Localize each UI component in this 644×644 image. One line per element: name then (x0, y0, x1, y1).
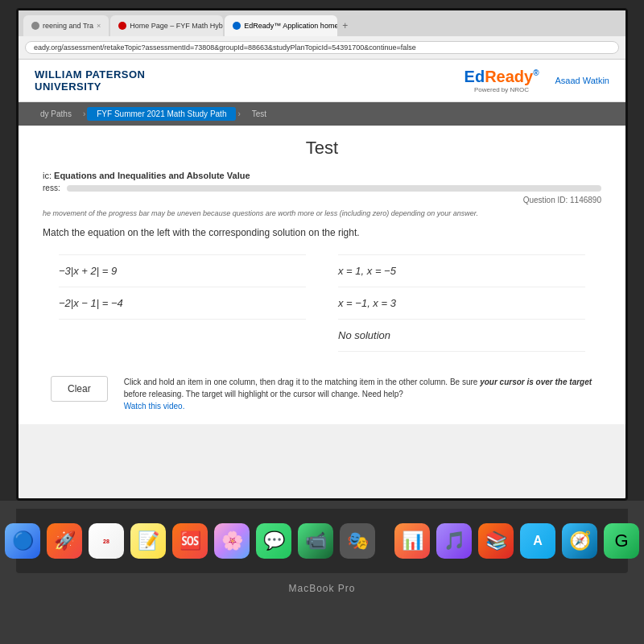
laptop-bottom: 🔵 🚀 28 📝 🆘 🌸 💬 📹 🎭 📊 🎵 📚 A 🧭 G MacBook P… (0, 501, 644, 644)
dock-item-appstore[interactable]: A (520, 523, 555, 559)
new-tab-button[interactable]: + (342, 20, 348, 31)
university-name-top: WILLIAM PATERSON (35, 68, 146, 80)
question-instruction: Match the equation on the left with the … (43, 227, 601, 238)
tab-edready[interactable]: EdReady™ Application home, × (225, 15, 337, 36)
university-name-bottom: UNIVERSITY (35, 80, 146, 93)
address-bar-row: eady.org/assessment/retakeTopic?assessme… (19, 36, 625, 59)
question-id: Question ID: 1146890 (43, 196, 601, 204)
page-title: Test (43, 138, 601, 159)
user-name[interactable]: Asaad Watkin (555, 76, 609, 85)
match-container: −3|x + 2| = 9 −2|x − 1| = −4 x = 1, x = … (43, 254, 601, 352)
breadcrumb-study-path-fyf[interactable]: FYF Summer 2021 Math Study Path (87, 107, 236, 121)
macbook-label: MacBook Pro (288, 583, 355, 594)
tab-icon-screening (31, 22, 39, 30)
dock-item-facetime[interactable]: 📹 (298, 523, 333, 559)
match-left-item-1[interactable]: −3|x + 2| = 9 (59, 254, 306, 287)
edready-brand: EdReady® (464, 68, 539, 86)
breadcrumb-bar: dy Paths › FYF Summer 2021 Math Study Pa… (19, 102, 625, 126)
progress-bar (67, 185, 601, 192)
header-right: EdReady® Powered by NROC Asaad Watkin (464, 68, 609, 93)
topic-label: ic: Equations and Inequalities and Absol… (43, 171, 601, 180)
dock-item-chrome[interactable]: G (604, 523, 639, 559)
tab-icon-edready (233, 22, 241, 30)
university-logo: WILLIAM PATERSON UNIVERSITY (35, 68, 146, 93)
breadcrumb-study-paths[interactable]: dy Paths (31, 107, 81, 121)
tab-icon-homepage (118, 22, 126, 30)
match-right-item-1[interactable]: x = 1, x = −5 (338, 254, 585, 287)
match-left-column: −3|x + 2| = 9 −2|x − 1| = −4 (59, 254, 306, 352)
dock-item-charts[interactable]: 📊 (394, 523, 430, 559)
dock-item-notes[interactable]: 📝 (130, 523, 166, 559)
dock-item-photos[interactable]: 🌸 (214, 523, 250, 559)
laptop-frame: reening and Tra × Home Page – FYF Math H… (0, 0, 644, 644)
dock-item-calendar[interactable]: 28 (89, 523, 124, 559)
edready-logo: EdReady® Powered by NROC (464, 68, 539, 93)
dock-item-books[interactable]: 📚 (478, 523, 514, 559)
progress-label: ress: (43, 184, 60, 192)
breadcrumb-test[interactable]: Test (242, 107, 276, 121)
dock-item-finder[interactable]: 🔵 (5, 523, 40, 559)
tab-homepage[interactable]: Home Page – FYF Math Hybri × (110, 15, 223, 36)
dock-item-sos[interactable]: 🆘 (172, 523, 208, 559)
clear-button[interactable]: Clear (51, 376, 108, 402)
match-left-item-2[interactable]: −2|x − 1| = −4 (59, 287, 306, 320)
match-right-item-3[interactable]: No solution (338, 320, 585, 352)
address-bar[interactable]: eady.org/assessment/retakeTopic?assessme… (25, 41, 619, 54)
progress-row: ress: (43, 184, 601, 192)
watch-video-link[interactable]: Watch this video. (124, 402, 185, 411)
site-header: WILLIAM PATERSON UNIVERSITY EdReady® Pow… (19, 60, 625, 102)
powered-by-label: Powered by NROC (474, 86, 529, 93)
dock-item-misc[interactable]: 🎭 (340, 523, 375, 559)
dock-item-music[interactable]: 🎵 (436, 523, 472, 559)
note-text: he movement of the progress bar may be u… (43, 209, 601, 217)
browser-chrome: reening and Tra × Home Page – FYF Math H… (19, 10, 625, 60)
dock-item-safari[interactable]: 🧭 (562, 523, 597, 559)
page-content: WILLIAM PATERSON UNIVERSITY EdReady® Pow… (19, 60, 625, 424)
main-content: Test ic: Equations and Inequalities and … (19, 126, 625, 424)
drag-instructions: Click and hold an item in one column, th… (124, 376, 593, 412)
tab-screening[interactable]: reening and Tra × (23, 15, 109, 36)
action-area: Clear Click and hold an item in one colu… (43, 376, 601, 412)
dock-item-launchpad[interactable]: 🚀 (47, 523, 82, 559)
match-right-item-2[interactable]: x = −1, x = 3 (338, 287, 585, 320)
match-right-column: x = 1, x = −5 x = −1, x = 3 No solution (338, 254, 585, 352)
screen-area: reening and Tra × Home Page – FYF Math H… (16, 8, 628, 501)
dock: 🔵 🚀 28 📝 🆘 🌸 💬 📹 🎭 📊 🎵 📚 A 🧭 G (16, 509, 628, 573)
tab-bar: reening and Tra × Home Page – FYF Math H… (19, 10, 625, 36)
dock-item-messages[interactable]: 💬 (256, 523, 291, 559)
